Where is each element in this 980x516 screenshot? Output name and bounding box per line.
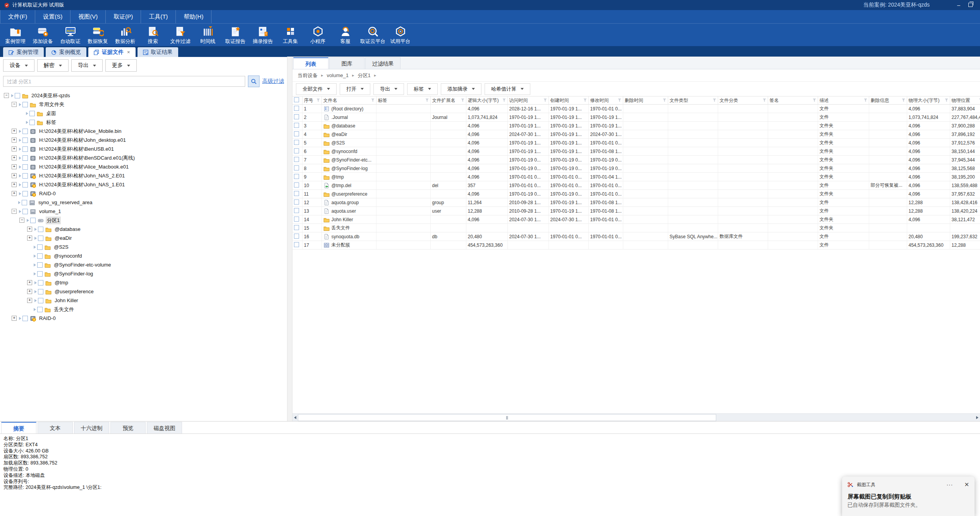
tree-node[interactable]: +@userpreference [0, 287, 287, 296]
column-header-name[interactable]: 文件名 [322, 96, 376, 105]
tree-node[interactable]: 丢失文件 [0, 305, 287, 314]
tree-filter-input[interactable] [3, 76, 245, 87]
column-header-delinfo[interactable]: 删除信息 [869, 96, 907, 105]
expand-icon[interactable]: + [27, 298, 32, 303]
toast-more-button[interactable]: ··· [946, 482, 953, 488]
row-checkbox[interactable] [294, 123, 299, 128]
toolbar-button-data-recovery[interactable]: 数据恢复 [84, 24, 112, 46]
toolbar-button-customer-service[interactable]: 客服 [332, 24, 359, 46]
row-checkbox[interactable] [294, 225, 299, 230]
tree-node-checkbox[interactable] [22, 102, 28, 107]
tree-node[interactable]: @SynoFinder-log [0, 269, 287, 278]
table-row[interactable]: 5@S2S4,0961970-01-19 1...1970-01-19 1...… [292, 139, 980, 147]
toolbar-button-search[interactable]: 搜索 [139, 24, 167, 46]
table-row[interactable]: 4@eaDir4,0962024-07-30 1...1970-01-19 1.… [292, 130, 980, 139]
tree-node[interactable]: +H:\2024美亚杯\检材\BenSDCard.e01(离线) [0, 153, 287, 162]
restore-button[interactable] [965, 2, 976, 8]
tree-node[interactable]: +RAID-0 [0, 189, 287, 198]
table-row[interactable]: 14John Killer4,0962024-07-30 1...2024-07… [292, 215, 980, 224]
tree-node-checkbox[interactable] [29, 120, 35, 125]
toolbar-button-file-filter[interactable]: 文件过滤 [167, 24, 194, 46]
toolbar-button-toolkit[interactable]: 工具集 [277, 24, 304, 46]
table-row[interactable]: 15丢失文件文件夹 [292, 224, 980, 232]
tree-node[interactable]: +@database [0, 225, 287, 234]
table-row[interactable]: 7@SynoFinder-etc...4,0961970-01-19 0...1… [292, 156, 980, 164]
doc-tab-inactive[interactable]: 案例概览 [46, 47, 86, 57]
menu-item-6[interactable]: 帮助(H) [176, 10, 211, 23]
tree-node[interactable]: +H:\2024美亚杯\检材\John_NAS_2.E01 [0, 171, 287, 180]
column-header-dtime[interactable]: 删除时间 [623, 96, 668, 105]
expand-icon[interactable]: + [12, 146, 17, 151]
toolbar-button-timeline[interactable]: 时间线 [194, 24, 222, 46]
tree-node-checkbox[interactable] [38, 280, 43, 286]
tree-node-checkbox[interactable] [38, 298, 43, 303]
column-header-mtime[interactable]: 修改时间 [588, 96, 623, 105]
table-row[interactable]: 1(Root directory)4,0962028-12-16 1...197… [292, 105, 980, 113]
tree-node-checkbox[interactable] [22, 316, 28, 321]
expand-icon[interactable]: + [12, 316, 17, 321]
row-checkbox[interactable] [294, 242, 299, 247]
table-row[interactable]: 16synoquota.dbdb20,4802024-07-30 1...197… [292, 232, 980, 241]
tree-node-checkbox[interactable] [15, 93, 20, 98]
column-header-ext[interactable]: 文件扩展名 [430, 96, 466, 105]
close-icon[interactable]: × [127, 49, 130, 55]
menu-item-2[interactable]: 设置(S) [35, 10, 70, 23]
tree-toolbar-button-4[interactable]: 更多 [105, 59, 137, 72]
doc-tab-active[interactable]: 证据文件× [88, 47, 136, 57]
file-action-button-6[interactable]: 哈希值计算 [485, 83, 530, 95]
row-checkbox[interactable] [294, 182, 299, 187]
toolbar-button-forensic-cloud[interactable]: 取证云平台 [359, 24, 387, 46]
row-checkbox[interactable] [294, 234, 299, 239]
tree-node[interactable]: 标签 [0, 118, 287, 127]
doc-tab-inactive[interactable]: 取证结果 [138, 47, 178, 57]
tree-node[interactable]: syno_vg_reserved_area [0, 198, 287, 207]
tree-node[interactable]: +H:\2024美亚杯\检材\BenUSB.e01 [0, 144, 287, 153]
tree-node-checkbox[interactable] [22, 164, 28, 170]
row-checkbox[interactable] [294, 191, 299, 196]
tree-node-checkbox[interactable] [22, 155, 28, 161]
table-row[interactable]: 17未分配簇454,573,263,360文件454,573,263,36012… [292, 241, 980, 249]
column-header-physical[interactable]: 物理大小(字节) [907, 96, 950, 105]
scrollbar-thumb[interactable] [298, 414, 716, 421]
detail-tab-inactive[interactable]: 十六进制 [74, 422, 109, 433]
tree-node[interactable]: 桌面 [0, 109, 287, 118]
expand-icon[interactable]: + [12, 164, 17, 169]
tree-node[interactable]: +H:\2024美亚杯\检材\Alice_Mobile.bin [0, 127, 287, 136]
tree-node[interactable]: +H:\2024美亚杯\检材\Alice_Macbook.e01 [0, 162, 287, 171]
detail-tab-inactive[interactable]: 磁盘视图 [147, 422, 182, 433]
expand-icon[interactable]: + [12, 129, 17, 134]
tree-toolbar-button-2[interactable]: 解密 [37, 59, 69, 72]
expand-icon[interactable]: + [12, 155, 17, 160]
column-header-sig[interactable]: 签名 [768, 96, 818, 105]
column-header-logical[interactable]: 逻辑大小(字节) [466, 96, 507, 105]
toolbar-button-forensic-report[interactable]: 取证报告 [222, 24, 249, 46]
tree-node[interactable]: @S2S [0, 243, 287, 251]
tree-node-checkbox[interactable] [38, 227, 43, 232]
expand-icon[interactable]: + [12, 173, 17, 178]
tree-node[interactable]: +H:\2024美亚杯\检材\John_desktop.e01 [0, 136, 287, 144]
expand-icon[interactable]: + [12, 191, 17, 196]
file-action-button-3[interactable]: 导出 [373, 83, 404, 95]
tree-node[interactable]: +John Killer [0, 296, 287, 305]
detail-tab-inactive[interactable]: 文本 [38, 422, 73, 433]
advanced-filter-link[interactable]: 高级过滤 [262, 78, 284, 85]
tree-toolbar-button-3[interactable]: 导出 [71, 59, 103, 72]
detail-tab-active[interactable]: 摘要 [1, 422, 36, 433]
scroll-left-arrow-icon[interactable] [292, 416, 298, 419]
minimize-button[interactable]: – [953, 2, 965, 8]
toolbar-button-trial-platform[interactable]: 试用平台 [387, 24, 414, 46]
table-row[interactable]: 6@synoconfd4,0961970-01-19 1...1970-01-1… [292, 147, 980, 156]
column-header-ctime[interactable]: 创建时间 [548, 96, 588, 105]
breadcrumb-item[interactable]: 当前设备 [297, 72, 318, 79]
menu-item-3[interactable]: 视图(V) [70, 10, 106, 23]
tree-filter-search-button[interactable] [248, 76, 260, 87]
table-row[interactable]: 11@userpreference4,0961970-01-19 0...197… [292, 190, 980, 198]
panel-splitter[interactable] [287, 57, 292, 421]
scroll-right-arrow-icon[interactable] [975, 416, 980, 419]
table-row[interactable]: 9@tmp4,0961970-01-01 0...1970-01-01 0...… [292, 173, 980, 181]
collapse-icon[interactable]: − [12, 102, 17, 107]
select-all-checkbox[interactable] [294, 97, 299, 102]
row-checkbox[interactable] [294, 131, 299, 136]
table-row[interactable]: 3@database4,0961970-01-19 1...1970-01-19… [292, 122, 980, 130]
column-header-tag[interactable]: 标签 [376, 96, 430, 105]
